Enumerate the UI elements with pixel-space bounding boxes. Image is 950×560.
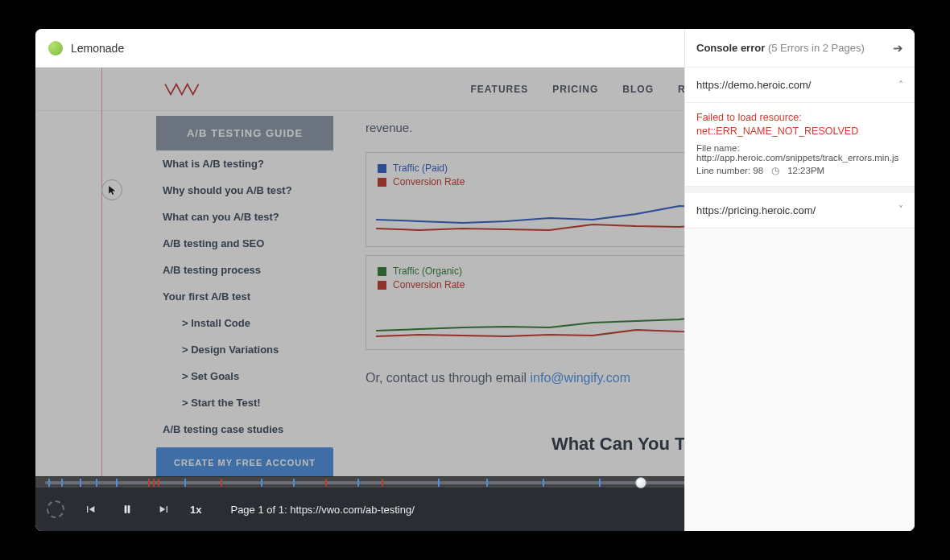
error-message: Failed to load resource: net::ERR_NAME_N…	[696, 111, 903, 138]
file-name: http://app.heroic.com/snippets/track_err…	[696, 153, 898, 163]
line-number: 98	[753, 166, 763, 175]
app-swirl-icon	[47, 500, 64, 518]
lemonade-icon	[48, 41, 63, 56]
console-url: https://pricing.heroic.com/	[696, 204, 816, 216]
console-url-row-collapsed[interactable]: https://pricing.heroic.com/ ˅	[685, 187, 915, 229]
page-info: Page 1 of 1: https://vwo.com/ab-testing/	[230, 504, 414, 516]
app-name: Lemonade	[71, 42, 124, 55]
app-window: Lemonade FEATURES PRICING BLOG RESOURCES…	[35, 29, 915, 531]
console-error-item[interactable]: Failed to load resource: net::ERR_NAME_N…	[685, 103, 915, 187]
pause-button[interactable]	[116, 498, 138, 521]
playback-speed[interactable]: 1x	[190, 504, 201, 516]
file-label: File name:	[696, 143, 740, 153]
chevron-down-icon: ˅	[898, 204, 903, 216]
line-label: Line number:	[696, 166, 753, 175]
console-empty-area	[685, 229, 915, 531]
timeline-thumb[interactable]	[635, 477, 646, 488]
prev-button[interactable]	[79, 498, 101, 521]
error-time: 12:23PM	[787, 166, 824, 175]
clock-icon: ◷	[771, 165, 779, 176]
console-url-row-expanded[interactable]: https://demo.heroic.com/ ˄	[685, 68, 915, 103]
next-button[interactable]	[153, 498, 176, 521]
console-header: Console error (5 Errors in 2 Pages) ➔	[685, 29, 915, 68]
console-panel: Console error (5 Errors in 2 Pages) ➔ ht…	[684, 29, 915, 531]
console-title: Console error	[696, 42, 765, 54]
console-url: https://demo.heroic.com/	[696, 79, 811, 91]
close-panel-icon[interactable]: ➔	[893, 41, 903, 56]
chevron-up-icon: ˄	[898, 80, 903, 91]
console-subtitle: (5 Errors in 2 Pages)	[768, 42, 865, 54]
